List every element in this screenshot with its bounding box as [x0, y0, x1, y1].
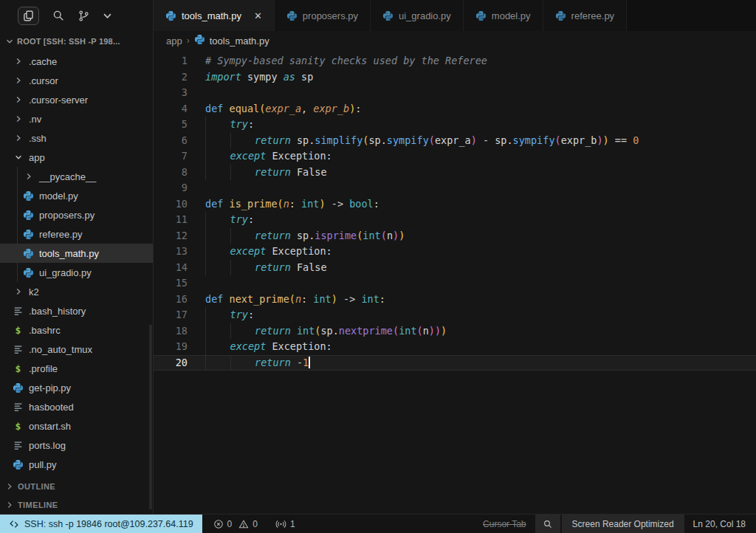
- code-line[interactable]: 11try:: [154, 212, 756, 228]
- file-.profile[interactable]: $.profile: [0, 359, 153, 378]
- close-icon[interactable]: ✕: [254, 11, 262, 21]
- folder-.nv[interactable]: .nv: [0, 109, 153, 128]
- tab-tools_math.py[interactable]: tools_math.py✕: [154, 0, 275, 31]
- folder-.cursor-server[interactable]: .cursor-server: [0, 90, 153, 109]
- folder-.cursor[interactable]: .cursor: [0, 71, 153, 90]
- status-bar-right: Cursor Tab Screen Reader Optimized Ln 20…: [474, 515, 756, 533]
- chevron-down-icon[interactable]: [103, 11, 112, 21]
- breadcrumb-folder[interactable]: app: [166, 35, 182, 47]
- tab-bar: tools_math.py✕proposers.pyui_gradio.pymo…: [154, 0, 756, 31]
- folder-.ssh[interactable]: .ssh: [0, 128, 153, 148]
- line-number: 1: [154, 53, 188, 69]
- code-line[interactable]: 16def next_prime(n: int) -> int:: [154, 292, 756, 308]
- shell-file-icon: $: [12, 363, 24, 374]
- file-get-pip.py[interactable]: get-pip.py: [0, 378, 153, 397]
- tab-ui_gradio.py[interactable]: ui_gradio.py: [371, 0, 464, 31]
- indent-guide: [205, 323, 230, 340]
- file-label: .no_auto_tmux: [29, 344, 92, 355]
- file-hasbooted[interactable]: hasbooted: [0, 397, 153, 416]
- tab-proposers.py[interactable]: proposers.py: [275, 0, 371, 31]
- cursor-tab-toggle[interactable]: Cursor Tab: [474, 519, 535, 529]
- warning-icon: [238, 519, 249, 529]
- file-ui_gradio.py[interactable]: ui_gradio.py: [0, 263, 153, 282]
- tab-referee.py[interactable]: referee.py: [543, 0, 628, 31]
- code-line[interactable]: 1# Sympy-based sanity checks used by the…: [154, 53, 756, 69]
- file-proposers.py[interactable]: proposers.py: [0, 205, 153, 224]
- explorer-files-icon[interactable]: [18, 7, 39, 25]
- shell-file-icon: $: [12, 421, 24, 432]
- code-line[interactable]: 14return False: [154, 260, 756, 276]
- line-number: 10: [154, 196, 188, 213]
- sidebar-scrollbar[interactable]: [149, 325, 152, 509]
- code-line[interactable]: 19except Exception:: [154, 339, 756, 355]
- error-icon: [213, 519, 224, 529]
- folder-k2[interactable]: k2: [0, 282, 153, 301]
- code-line[interactable]: 3: [154, 85, 756, 101]
- file-pull.py[interactable]: pull.py: [0, 455, 153, 474]
- warning-count: 0: [252, 519, 258, 529]
- problems-indicator[interactable]: 0 0: [208, 515, 263, 533]
- breadcrumb-file[interactable]: tools_math.py: [210, 35, 269, 47]
- tab-label: referee.py: [571, 10, 615, 21]
- code-line[interactable]: 18return int(sp.nextprime(int(n))): [154, 323, 756, 340]
- code-line[interactable]: 10def is_prime(n: int) -> bool:: [154, 196, 756, 213]
- code-line-text: return False: [205, 165, 327, 181]
- line-number: 14: [154, 260, 188, 276]
- chevron-right-icon: ›: [187, 35, 190, 46]
- code-line-text: def equal(expr_a, expr_b):: [205, 101, 361, 117]
- folder-.cache[interactable]: .cache: [0, 52, 153, 71]
- tab-model.py[interactable]: model.py: [464, 0, 543, 31]
- code-line[interactable]: 4def equal(expr_a, expr_b):: [154, 101, 756, 117]
- file-label: app: [29, 152, 45, 163]
- tab-label: proposers.py: [303, 10, 358, 21]
- file-.bashrc[interactable]: $.bashrc: [0, 320, 153, 340]
- ports-indicator[interactable]: 1: [270, 515, 300, 533]
- code-line[interactable]: 9: [154, 180, 756, 196]
- code-editor[interactable]: 1# Sympy-based sanity checks used by the…: [154, 50, 756, 514]
- search-icon[interactable]: [52, 9, 65, 22]
- code-line[interactable]: 5try:: [154, 117, 756, 133]
- code-line[interactable]: 8return False: [154, 165, 756, 181]
- file-model.py[interactable]: model.py: [0, 186, 153, 205]
- file-onstart.sh[interactable]: $onstart.sh: [0, 416, 153, 436]
- python-file-icon: [12, 459, 24, 470]
- python-file-icon: [194, 34, 205, 47]
- chevron-right-icon: [12, 115, 24, 123]
- remote-indicator[interactable]: SSH: ssh -p 19846 root@109.237.64.119: [0, 515, 202, 533]
- folder-__pycache__[interactable]: __pycache__: [0, 167, 153, 186]
- file-tools_math.py[interactable]: tools_math.py: [0, 244, 153, 263]
- folder-app[interactable]: app: [0, 148, 153, 167]
- code-line[interactable]: 7except Exception:: [154, 148, 756, 165]
- cursor-position[interactable]: Ln 20, Col 18: [684, 519, 756, 529]
- text-file-icon: [12, 402, 24, 412]
- code-line[interactable]: 12return sp.isprime(int(n)): [154, 228, 756, 244]
- chevron-right-icon: [12, 58, 24, 65]
- error-count: 0: [227, 519, 233, 529]
- tab-label: tools_math.py: [182, 10, 241, 21]
- code-line[interactable]: 13except Exception:: [154, 244, 756, 260]
- zoom-indicator[interactable]: [535, 515, 560, 533]
- code-line[interactable]: 15: [154, 275, 756, 292]
- code-line[interactable]: 17try:: [154, 307, 756, 323]
- line-number: 4: [154, 101, 188, 117]
- file-label: .profile: [29, 363, 58, 374]
- code-line[interactable]: 2import sympy as sp: [154, 69, 756, 86]
- file-.bash_history[interactable]: .bash_history: [0, 301, 153, 320]
- line-number: 19: [154, 339, 188, 355]
- screen-reader-indicator[interactable]: Screen Reader Optimized: [562, 515, 684, 533]
- explorer-section-header[interactable]: ROOT [SSH: SSH -P 198...: [0, 31, 153, 52]
- python-file-icon: [22, 190, 35, 202]
- sidebar-section-outline[interactable]: OUTLINE: [0, 477, 153, 495]
- indent-guide: [205, 355, 230, 371]
- line-number: 3: [154, 85, 188, 101]
- code-line[interactable]: 20return -1: [154, 355, 756, 371]
- code-line-text: # Sympy-based sanity checks used by the …: [205, 53, 487, 69]
- code-line[interactable]: 6return sp.simplify(sp.sympify(expr_a) -…: [154, 133, 756, 149]
- line-number: 15: [154, 275, 188, 292]
- python-file-icon: [22, 267, 35, 278]
- source-control-icon[interactable]: [78, 10, 90, 22]
- sidebar-section-timeline[interactable]: TIMELINE: [0, 495, 153, 514]
- file-referee.py[interactable]: referee.py: [0, 224, 153, 244]
- file-.no_auto_tmux[interactable]: .no_auto_tmux: [0, 340, 153, 359]
- file-ports.log[interactable]: ports.log: [0, 436, 153, 455]
